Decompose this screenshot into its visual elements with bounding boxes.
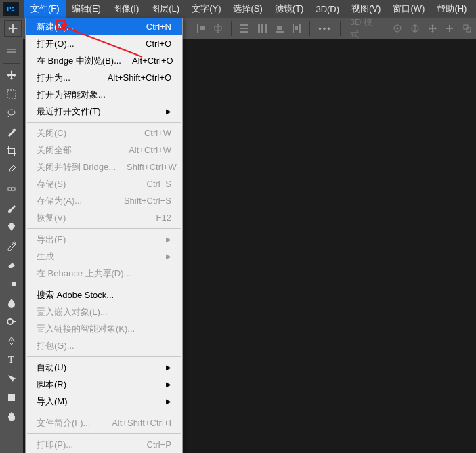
menu-file[interactable]: 文件(F) — [24, 0, 66, 18]
distribute-top-icon[interactable] — [236, 20, 253, 37]
submenu-arrow-icon: ▶ — [166, 236, 171, 243]
menu-item-close-bridge[interactable]: 关闭并转到 Bridge... Shift+Ctrl+W — [26, 158, 182, 175]
menu-separator — [27, 122, 181, 123]
move-tool-icon[interactable] — [1, 66, 22, 84]
menu-item-shortcut: F12 — [146, 213, 171, 223]
menu-item-scripts[interactable]: 脚本(R) ▶ — [26, 376, 182, 393]
menu-item-label: 最近打开文件(T) — [37, 106, 101, 118]
menu-item-browse-bridge[interactable]: 在 Bridge 中浏览(B)... Alt+Ctrl+O — [26, 52, 182, 69]
submenu-arrow-icon: ▶ — [166, 108, 171, 115]
tool-handles-icon[interactable] — [1, 43, 22, 60]
lasso-tool-icon[interactable] — [1, 104, 22, 122]
eyedropper-tool-icon[interactable] — [1, 161, 22, 179]
menu-item-file-info[interactable]: 文件简介(F)... Alt+Shift+Ctrl+I — [26, 414, 182, 431]
menu-select[interactable]: 选择(S) — [227, 0, 268, 18]
distribute-h-icon[interactable] — [288, 20, 305, 37]
dodge-tool-icon[interactable] — [1, 313, 22, 330]
menu-item-recent[interactable]: 最近打开文件(T) ▶ — [26, 103, 182, 120]
menu-item-place-embedded[interactable]: 置入嵌入对象(L)... — [26, 303, 182, 320]
menu-item-label: 存储为(A)... — [37, 195, 82, 207]
menu-item-behance[interactable]: 在 Behance 上共享(D)... — [26, 265, 182, 282]
pen-tool-icon[interactable] — [1, 332, 22, 349]
scale-icon[interactable] — [458, 20, 476, 37]
move-icon — [7, 23, 18, 34]
menu-type[interactable]: 文字(Y) — [186, 0, 227, 18]
menu-item-print[interactable]: 打印(P)... Ctrl+P — [26, 436, 182, 453]
menu-item-label: 打开(O)... — [37, 38, 74, 50]
wand-tool-icon[interactable] — [1, 123, 22, 141]
menu-3d[interactable]: 3D(D) — [309, 0, 345, 18]
menu-item-label: 置入链接的智能对象(K)... — [37, 323, 135, 335]
submenu-arrow-icon: ▶ — [166, 397, 171, 405]
menu-item-label: 文件简介(F)... — [37, 417, 90, 429]
menu-item-open-as[interactable]: 打开为... Alt+Shift+Ctrl+O — [26, 69, 182, 86]
roll-icon[interactable] — [406, 20, 424, 37]
menu-item-label: 在 Bridge 中浏览(B)... — [37, 55, 121, 67]
brush-tool-icon[interactable] — [1, 199, 22, 217]
svg-point-1 — [397, 28, 399, 30]
crop-tool-icon[interactable] — [1, 142, 22, 160]
menu-item-revert[interactable]: 恢复(V) F12 — [26, 209, 182, 226]
menu-item-import[interactable]: 导入(M) ▶ — [26, 393, 182, 410]
menu-item-label: 新建(N)... — [37, 21, 74, 33]
svg-rect-7 — [7, 90, 16, 98]
menu-separator — [27, 412, 181, 412]
distribute-v-icon[interactable] — [253, 20, 271, 37]
menu-item-search-stock[interactable]: 搜索 Adobe Stock... — [26, 286, 182, 303]
menu-item-close[interactable]: 关闭(C) Ctrl+W — [26, 125, 182, 142]
healing-tool-icon[interactable] — [1, 180, 22, 198]
menu-item-shortcut: Alt+Shift+Ctrl+I — [101, 418, 171, 428]
menubar: Ps 文件(F) 编辑(E) 图像(I) 图层(L) 文字(Y) 选择(S) 滤… — [0, 0, 476, 18]
current-tool-swatch[interactable] — [4, 20, 22, 37]
menu-item-save-as[interactable]: 存储为(A)... Shift+Ctrl+S — [26, 192, 182, 209]
file-menu-dropdown: 新建(N)... Ctrl+N 打开(O)... Ctrl+O 在 Bridge… — [25, 18, 183, 453]
menu-item-place-linked[interactable]: 置入链接的智能对象(K)... — [26, 320, 182, 337]
orbit-icon[interactable] — [389, 20, 406, 37]
menu-item-automate[interactable]: 自动(U) ▶ — [26, 359, 182, 376]
menu-separator — [27, 356, 181, 357]
menu-item-generate[interactable]: 生成 ▶ — [26, 248, 182, 265]
menu-image[interactable]: 图像(I) — [107, 0, 145, 18]
pan-icon[interactable] — [424, 20, 441, 37]
menu-layer[interactable]: 图层(L) — [145, 0, 186, 18]
menu-item-save[interactable]: 存储(S) Ctrl+S — [26, 175, 182, 192]
menu-item-open-smart[interactable]: 打开为智能对象... — [26, 86, 182, 103]
history-brush-tool-icon[interactable] — [1, 237, 22, 255]
type-tool-icon[interactable]: T — [1, 351, 22, 368]
marquee-tool-icon[interactable] — [1, 85, 22, 103]
menu-item-label: 脚本(R) — [37, 379, 66, 391]
hand-tool-icon[interactable] — [1, 408, 22, 425]
clone-tool-icon[interactable] — [1, 218, 22, 236]
path-tool-icon[interactable] — [1, 370, 22, 387]
submenu-arrow-icon: ▶ — [166, 381, 171, 388]
menu-item-label: 关闭(C) — [37, 127, 66, 139]
distribute-bottom-icon[interactable] — [271, 20, 288, 37]
blur-tool-icon[interactable] — [1, 294, 22, 311]
submenu-arrow-icon: ▶ — [166, 364, 171, 371]
menu-item-shortcut: Ctrl+W — [133, 128, 171, 138]
eraser-tool-icon[interactable] — [1, 256, 22, 274]
menu-item-export[interactable]: 导出(E) ▶ — [26, 231, 182, 248]
menu-item-shortcut: Ctrl+S — [136, 179, 171, 189]
menu-edit[interactable]: 编辑(E) — [66, 0, 107, 18]
menu-help[interactable]: 帮助(H) — [431, 0, 473, 18]
overflow-icon[interactable]: ••• — [314, 24, 336, 34]
menu-item-close-all[interactable]: 关闭全部 Alt+Ctrl+W — [26, 142, 182, 158]
menu-item-label: 生成 — [37, 251, 54, 263]
menu-window[interactable]: 窗口(W) — [387, 0, 431, 18]
align-center-h-icon[interactable] — [209, 20, 227, 37]
menu-item-package[interactable]: 打包(G)... — [26, 337, 182, 354]
gradient-tool-icon[interactable] — [1, 275, 22, 293]
align-left-icon[interactable] — [192, 20, 210, 37]
menu-item-label: 自动(U) — [37, 362, 66, 374]
menu-item-open[interactable]: 打开(O)... Ctrl+O — [26, 35, 182, 52]
shape-tool-icon[interactable] — [1, 389, 22, 406]
menu-item-label: 打印(P)... — [37, 439, 73, 451]
menu-view[interactable]: 视图(V) — [345, 0, 387, 18]
menu-filter[interactable]: 滤镜(T) — [269, 0, 310, 18]
menu-item-new[interactable]: 新建(N)... Ctrl+N — [26, 18, 182, 35]
menu-item-shortcut: Shift+Ctrl+W — [116, 162, 177, 172]
slide-icon[interactable] — [441, 20, 459, 37]
separator — [309, 21, 310, 36]
separator — [3, 63, 20, 64]
